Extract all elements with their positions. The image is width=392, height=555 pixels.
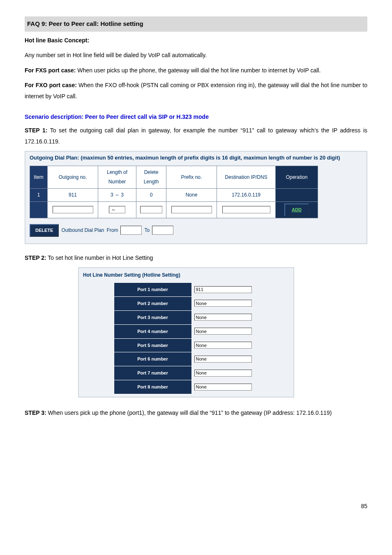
th-length: Length of Number [98, 166, 136, 189]
th-item: Item [30, 166, 48, 189]
th-prefix: Prefix no. [166, 166, 217, 189]
cell-delete: 0 [136, 189, 166, 202]
hotline-row: Port 1 number [114, 283, 258, 297]
port5-label: Port 5 number [114, 338, 191, 352]
step3-para: STEP 3: When users pick up the phone (po… [25, 407, 367, 419]
hotline-caption: Hot Line Number Setting (Hotline Setting… [81, 271, 291, 282]
from-input[interactable] [120, 226, 142, 235]
hotline-row: Port 6 number [114, 352, 258, 366]
cell-dest: 172.16.0.119 [217, 189, 276, 202]
fxo-para: For FXO port case: When the FXO off-hook… [25, 80, 367, 102]
cell-length: 3 ～ 3 [98, 189, 136, 202]
concept-label: Hot line Basic Concept: [25, 37, 89, 44]
hotline-panel: Hot Line Number Setting (Hotline Setting… [78, 267, 294, 398]
to-input[interactable] [152, 226, 173, 235]
fxo-label: For FXO port case: [25, 82, 77, 88]
from-label: From [106, 226, 118, 235]
prefix-input[interactable] [171, 206, 212, 213]
cell-prefix-input [166, 201, 217, 218]
th-delete: Delete Length [136, 166, 166, 189]
cell-item: 1 [30, 189, 48, 202]
fxs-text: When user picks up the phone, the gatewa… [76, 67, 321, 74]
port7-label: Port 7 number [114, 366, 191, 380]
table-header-row: Item Outgoing no. Length of Number Delet… [30, 166, 318, 189]
port3-input[interactable] [194, 314, 252, 321]
cell-op-blank [276, 189, 318, 202]
cell-add: ADD [276, 201, 318, 218]
port6-label: Port 6 number [114, 352, 191, 366]
to-label: To [144, 226, 150, 235]
port2-input[interactable] [194, 300, 252, 307]
hotline-row: Port 5 number [114, 338, 258, 352]
dial-plan-table: Item Outgoing no. Length of Number Delet… [30, 166, 318, 218]
step2-para: STEP 2: To set hot line number in Hot Li… [25, 252, 367, 264]
port8-input[interactable] [194, 384, 252, 391]
fxs-label: For FXS port case: [25, 67, 76, 74]
step1-label: STEP 1: [25, 127, 47, 134]
page-number: 85 [25, 501, 367, 512]
dial-plan-panel: Outgoing Dial Plan: (maximun 50 entries,… [25, 151, 367, 244]
scenario-heading: Scenario description: Peer to Peer direc… [25, 111, 367, 123]
th-dest: Destination IP/DNS [217, 166, 276, 189]
step3-label: STEP 3: [25, 409, 46, 416]
th-operation: Operation [276, 166, 318, 189]
concept-text: Any number set in Hot line field will be… [25, 50, 367, 61]
outgoing-input[interactable] [53, 206, 93, 213]
port1-input[interactable] [194, 286, 252, 293]
table-input-row: ADD [30, 201, 318, 218]
faq-title: FAQ 9: Peer to Peer call: Hotline settin… [25, 16, 367, 32]
add-button[interactable]: ADD [284, 204, 309, 216]
step3-text: When users pick up the phone (port1), th… [46, 409, 332, 416]
dest-input[interactable] [222, 206, 270, 213]
hotline-row: Port 4 number [114, 324, 258, 338]
port7-input[interactable] [194, 370, 252, 377]
cell-dest-input [217, 201, 276, 218]
port1-label: Port 1 number [114, 283, 191, 297]
cell-outgoing: 911 [48, 189, 98, 202]
cell-outgoing-input [48, 201, 98, 218]
step2-text: To set hot line number in Hot Line Setti… [46, 254, 153, 261]
hotline-row: Port 3 number [114, 310, 258, 324]
port4-label: Port 4 number [114, 324, 191, 338]
delete-button[interactable]: DELETE [30, 224, 59, 237]
hotline-row: Port 8 number [114, 380, 258, 394]
port4-input[interactable] [194, 328, 252, 335]
hotline-basic-concept: Hot line Basic Concept: [25, 35, 367, 46]
port3-label: Port 3 number [114, 310, 191, 324]
step1-text: To set the outgoing call dial plan in ga… [25, 127, 367, 145]
port2-label: Port 2 number [114, 296, 191, 310]
hotline-table: Port 1 number Port 2 number Port 3 numbe… [114, 282, 259, 394]
outbound-label: Outbound Dial Plan [61, 226, 104, 235]
dial-plan-caption: Outgoing Dial Plan: (maximun 50 entries,… [25, 152, 367, 162]
fxs-para: For FXS port case: When user picks up th… [25, 65, 367, 76]
port6-input[interactable] [194, 356, 252, 363]
port8-label: Port 8 number [114, 380, 191, 394]
delete-row: DELETE Outbound Dial Plan From To [30, 224, 362, 237]
length-input[interactable] [109, 206, 125, 213]
step2-label: STEP 2: [25, 254, 46, 261]
step1-para: STEP 1: To set the outgoing call dial pl… [25, 125, 367, 147]
cell-delete-input [136, 201, 166, 218]
hotline-row: Port 2 number [114, 296, 258, 310]
table-row: 1 911 3 ～ 3 0 None 172.16.0.119 [30, 189, 318, 202]
cell-item-blank [30, 201, 48, 218]
delete-length-input[interactable] [140, 206, 162, 213]
th-outgoing: Outgoing no. [48, 166, 98, 189]
cell-prefix: None [166, 189, 217, 202]
port5-input[interactable] [194, 342, 252, 349]
hotline-row: Port 7 number [114, 366, 258, 380]
cell-length-input [98, 201, 136, 218]
